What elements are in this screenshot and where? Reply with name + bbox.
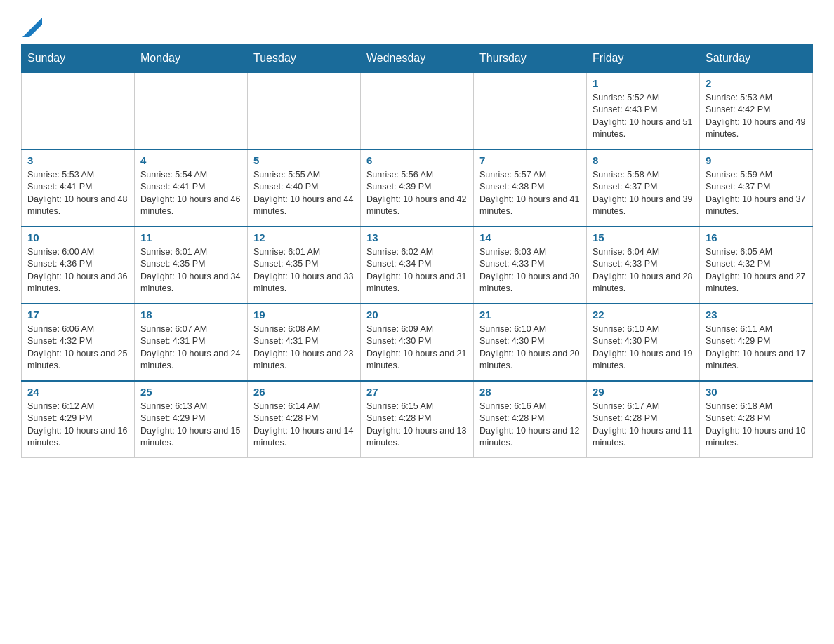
logo-triangle-icon xyxy=(22,18,42,37)
calendar-day-cell: 2Sunrise: 5:53 AM Sunset: 4:42 PM Daylig… xyxy=(700,72,813,149)
day-number: 28 xyxy=(479,386,581,398)
calendar-day-cell: 24Sunrise: 6:12 AM Sunset: 4:29 PM Dayli… xyxy=(22,381,135,458)
calendar-day-cell xyxy=(135,72,248,149)
day-of-week-header: Saturday xyxy=(700,44,813,72)
day-info: Sunrise: 6:04 AM Sunset: 4:33 PM Dayligh… xyxy=(593,246,694,295)
calendar-day-cell xyxy=(474,72,587,149)
day-number: 4 xyxy=(140,154,241,166)
day-number: 20 xyxy=(366,309,468,321)
day-number: 27 xyxy=(366,386,468,398)
day-number: 8 xyxy=(593,154,694,166)
calendar-day-cell: 28Sunrise: 6:16 AM Sunset: 4:28 PM Dayli… xyxy=(474,381,587,458)
day-number: 11 xyxy=(140,232,241,243)
day-info: Sunrise: 6:18 AM Sunset: 4:28 PM Dayligh… xyxy=(706,401,807,450)
day-number: 29 xyxy=(593,386,694,398)
calendar-day-cell: 14Sunrise: 6:03 AM Sunset: 4:33 PM Dayli… xyxy=(474,227,587,304)
day-info: Sunrise: 6:10 AM Sunset: 4:30 PM Dayligh… xyxy=(479,323,581,373)
day-info: Sunrise: 5:59 AM Sunset: 4:37 PM Dayligh… xyxy=(706,169,807,218)
day-info: Sunrise: 5:53 AM Sunset: 4:41 PM Dayligh… xyxy=(27,169,128,218)
calendar-day-cell: 11Sunrise: 6:01 AM Sunset: 4:35 PM Dayli… xyxy=(135,227,248,304)
calendar-day-cell: 4Sunrise: 5:54 AM Sunset: 4:41 PM Daylig… xyxy=(135,149,248,227)
day-number: 21 xyxy=(479,309,581,321)
day-of-week-header: Tuesday xyxy=(248,44,361,72)
calendar-day-cell: 27Sunrise: 6:15 AM Sunset: 4:28 PM Dayli… xyxy=(361,381,474,458)
calendar-week-row: 1Sunrise: 5:52 AM Sunset: 4:43 PM Daylig… xyxy=(22,72,813,149)
calendar-day-cell: 12Sunrise: 6:01 AM Sunset: 4:35 PM Dayli… xyxy=(248,227,361,304)
day-number: 2 xyxy=(706,77,807,89)
day-info: Sunrise: 5:56 AM Sunset: 4:39 PM Dayligh… xyxy=(366,169,468,218)
day-of-week-header: Monday xyxy=(135,44,248,72)
calendar-body: 1Sunrise: 5:52 AM Sunset: 4:43 PM Daylig… xyxy=(22,72,813,458)
day-info: Sunrise: 6:05 AM Sunset: 4:32 PM Dayligh… xyxy=(706,246,807,295)
day-info: Sunrise: 6:14 AM Sunset: 4:28 PM Dayligh… xyxy=(253,401,355,450)
logo xyxy=(21,14,42,37)
day-number: 1 xyxy=(593,77,694,89)
calendar-day-cell: 22Sunrise: 6:10 AM Sunset: 4:30 PM Dayli… xyxy=(587,304,700,381)
day-info: Sunrise: 5:54 AM Sunset: 4:41 PM Dayligh… xyxy=(140,169,241,218)
day-info: Sunrise: 6:07 AM Sunset: 4:31 PM Dayligh… xyxy=(140,323,241,373)
calendar-day-cell: 7Sunrise: 5:57 AM Sunset: 4:38 PM Daylig… xyxy=(474,149,587,227)
day-number: 7 xyxy=(479,154,581,166)
day-info: Sunrise: 6:09 AM Sunset: 4:30 PM Dayligh… xyxy=(366,323,468,373)
day-info: Sunrise: 6:10 AM Sunset: 4:30 PM Dayligh… xyxy=(593,323,694,373)
day-info: Sunrise: 5:58 AM Sunset: 4:37 PM Dayligh… xyxy=(593,169,694,218)
day-info: Sunrise: 6:03 AM Sunset: 4:33 PM Dayligh… xyxy=(479,246,581,295)
day-number: 15 xyxy=(593,232,694,243)
calendar-day-cell: 9Sunrise: 5:59 AM Sunset: 4:37 PM Daylig… xyxy=(700,149,813,227)
day-info: Sunrise: 6:06 AM Sunset: 4:32 PM Dayligh… xyxy=(27,323,128,373)
calendar-day-cell: 18Sunrise: 6:07 AM Sunset: 4:31 PM Dayli… xyxy=(135,304,248,381)
calendar-day-cell: 21Sunrise: 6:10 AM Sunset: 4:30 PM Dayli… xyxy=(474,304,587,381)
calendar-header: SundayMondayTuesdayWednesdayThursdayFrid… xyxy=(22,44,813,72)
calendar-day-cell: 6Sunrise: 5:56 AM Sunset: 4:39 PM Daylig… xyxy=(361,149,474,227)
day-info: Sunrise: 5:52 AM Sunset: 4:43 PM Dayligh… xyxy=(593,92,694,141)
calendar-day-cell: 23Sunrise: 6:11 AM Sunset: 4:29 PM Dayli… xyxy=(700,304,813,381)
day-number: 13 xyxy=(366,232,468,243)
day-of-week-header: Thursday xyxy=(474,44,587,72)
day-info: Sunrise: 6:11 AM Sunset: 4:29 PM Dayligh… xyxy=(706,323,807,373)
calendar-day-cell: 25Sunrise: 6:13 AM Sunset: 4:29 PM Dayli… xyxy=(135,381,248,458)
calendar-day-cell: 17Sunrise: 6:06 AM Sunset: 4:32 PM Dayli… xyxy=(22,304,135,381)
day-info: Sunrise: 6:01 AM Sunset: 4:35 PM Dayligh… xyxy=(253,246,355,295)
calendar-day-cell: 8Sunrise: 5:58 AM Sunset: 4:37 PM Daylig… xyxy=(587,149,700,227)
day-number: 12 xyxy=(253,232,355,243)
day-info: Sunrise: 5:55 AM Sunset: 4:40 PM Dayligh… xyxy=(253,169,355,218)
calendar-day-cell: 15Sunrise: 6:04 AM Sunset: 4:33 PM Dayli… xyxy=(587,227,700,304)
calendar-day-cell: 19Sunrise: 6:08 AM Sunset: 4:31 PM Dayli… xyxy=(248,304,361,381)
day-of-week-header: Sunday xyxy=(22,44,135,72)
day-number: 26 xyxy=(253,386,355,398)
day-info: Sunrise: 6:17 AM Sunset: 4:28 PM Dayligh… xyxy=(593,401,694,450)
calendar-day-cell: 3Sunrise: 5:53 AM Sunset: 4:41 PM Daylig… xyxy=(22,149,135,227)
calendar-week-row: 17Sunrise: 6:06 AM Sunset: 4:32 PM Dayli… xyxy=(22,304,813,381)
page-header xyxy=(21,14,813,37)
day-number: 22 xyxy=(593,309,694,321)
day-info: Sunrise: 5:53 AM Sunset: 4:42 PM Dayligh… xyxy=(706,92,807,141)
calendar-week-row: 10Sunrise: 6:00 AM Sunset: 4:36 PM Dayli… xyxy=(22,227,813,304)
day-number: 9 xyxy=(706,154,807,166)
calendar-day-cell: 1Sunrise: 5:52 AM Sunset: 4:43 PM Daylig… xyxy=(587,72,700,149)
day-number: 17 xyxy=(27,309,128,321)
calendar-day-cell xyxy=(248,72,361,149)
calendar-week-row: 3Sunrise: 5:53 AM Sunset: 4:41 PM Daylig… xyxy=(22,149,813,227)
calendar-day-cell xyxy=(22,72,135,149)
day-info: Sunrise: 6:08 AM Sunset: 4:31 PM Dayligh… xyxy=(253,323,355,373)
calendar-day-cell: 20Sunrise: 6:09 AM Sunset: 4:30 PM Dayli… xyxy=(361,304,474,381)
day-number: 30 xyxy=(706,386,807,398)
calendar-day-cell: 30Sunrise: 6:18 AM Sunset: 4:28 PM Dayli… xyxy=(700,381,813,458)
day-number: 10 xyxy=(27,232,128,243)
day-info: Sunrise: 6:16 AM Sunset: 4:28 PM Dayligh… xyxy=(479,401,581,450)
day-number: 18 xyxy=(140,309,241,321)
day-number: 3 xyxy=(27,154,128,166)
calendar-day-cell: 5Sunrise: 5:55 AM Sunset: 4:40 PM Daylig… xyxy=(248,149,361,227)
day-number: 5 xyxy=(253,154,355,166)
calendar-day-cell: 26Sunrise: 6:14 AM Sunset: 4:28 PM Dayli… xyxy=(248,381,361,458)
day-number: 23 xyxy=(706,309,807,321)
day-number: 16 xyxy=(706,232,807,243)
day-number: 24 xyxy=(27,386,128,398)
calendar-day-cell xyxy=(361,72,474,149)
day-number: 6 xyxy=(366,154,468,166)
day-info: Sunrise: 6:02 AM Sunset: 4:34 PM Dayligh… xyxy=(366,246,468,295)
day-info: Sunrise: 6:00 AM Sunset: 4:36 PM Dayligh… xyxy=(27,246,128,295)
day-number: 25 xyxy=(140,386,241,398)
calendar-day-cell: 29Sunrise: 6:17 AM Sunset: 4:28 PM Dayli… xyxy=(587,381,700,458)
day-info: Sunrise: 6:13 AM Sunset: 4:29 PM Dayligh… xyxy=(140,401,241,450)
